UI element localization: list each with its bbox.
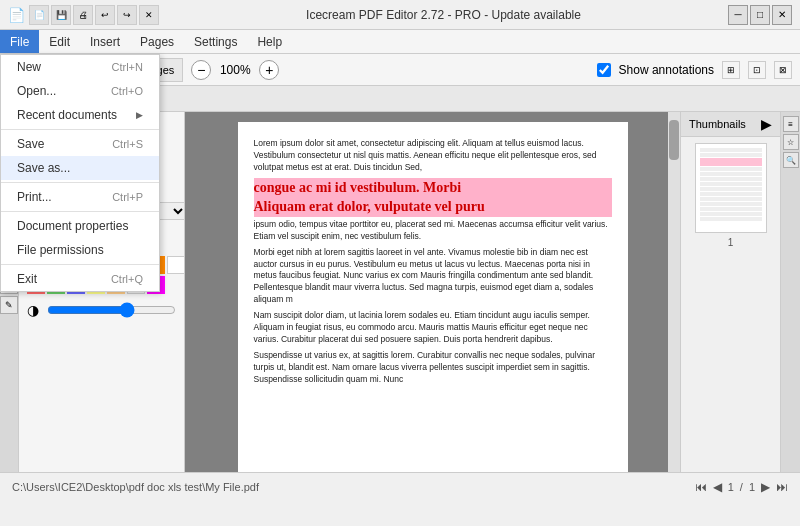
page-current: 1 (728, 481, 734, 493)
pdf-page: Lorem ipsum dolor sit amet, consectetur … (238, 122, 628, 472)
menu-item-saveas-label: Save as... (17, 161, 70, 175)
thumbnail-page-1[interactable] (695, 143, 767, 233)
divider-2 (1, 182, 159, 183)
zoom-in-button[interactable]: + (259, 60, 279, 80)
menu-item-docprops[interactable]: Document properties (1, 214, 159, 238)
pdf-text-highlighted: congue ac mi id vestibulum. MorbiAliquam… (254, 178, 612, 217)
thumbnails-toggle[interactable]: ▶ (761, 116, 772, 132)
show-annotations-label: Show annotations (619, 63, 714, 77)
menu-item-print-shortcut: Ctrl+P (112, 191, 143, 203)
redo-icon[interactable]: ↪ (117, 5, 137, 25)
zoom-value: 100% (215, 63, 255, 77)
thumbnail-page-number: 1 (687, 237, 774, 248)
app-icon: 📄 (8, 7, 25, 23)
new-file-icon[interactable]: 📄 (29, 5, 49, 25)
menu-item-fileperm[interactable]: File permissions (1, 238, 159, 262)
pdf-text-5: Suspendisse ut varius ex, at sagittis lo… (254, 350, 612, 386)
file-dropdown: New Ctrl+N Open... Ctrl+O Recent documen… (0, 54, 160, 292)
anno-icon-2[interactable]: ⊡ (748, 61, 766, 79)
menu-item-new[interactable]: New Ctrl+N (1, 55, 159, 79)
menu-item-exit-shortcut: Ctrl+Q (111, 273, 143, 285)
menu-item-docprops-label: Document properties (17, 219, 128, 233)
pdf-scroll-thumb[interactable] (669, 120, 679, 160)
close-button[interactable]: ✕ (772, 5, 792, 25)
divider-1 (1, 129, 159, 130)
menu-item-exit-label: Exit (17, 272, 37, 286)
nav-last-button[interactable]: ⏭ (776, 480, 788, 494)
title-bar-left: 📄 📄 💾 🖨 ↩ ↪ ✕ (8, 5, 159, 25)
color-white[interactable] (167, 256, 185, 274)
page-separator: / (740, 481, 743, 493)
edge-icon-menu[interactable]: ≡ (783, 116, 799, 132)
title-bar: 📄 📄 💾 🖨 ↩ ↪ ✕ Icecream PDF Editor 2.72 -… (0, 0, 800, 30)
opacity-icon: ◑ (27, 302, 39, 318)
pdf-area[interactable]: Lorem ipsum dolor sit amet, consectetur … (185, 112, 680, 472)
right-edge-icons: ≡ ☆ 🔍 (780, 112, 800, 472)
app-title: Icecream PDF Editor 2.72 - PRO - Update … (159, 8, 728, 22)
print-icon[interactable]: 🖨 (73, 5, 93, 25)
nav-prev-button[interactable]: ◀ (713, 480, 722, 494)
show-annotations-checkbox[interactable] (597, 63, 611, 77)
opacity-slider[interactable] (47, 302, 176, 318)
tool-pen[interactable]: ✎ (0, 296, 18, 314)
file-path: C:\Users\ICE2\Desktop\pdf doc xls test\M… (12, 481, 259, 493)
menu-item-open-label: Open... (17, 84, 56, 98)
anno-icon-3[interactable]: ⊠ (774, 61, 792, 79)
cancel-icon[interactable]: ✕ (139, 5, 159, 25)
menu-insert[interactable]: Insert (80, 30, 130, 53)
file-menu: New Ctrl+N Open... Ctrl+O Recent documen… (0, 54, 160, 292)
pdf-scrollbar[interactable] (668, 112, 680, 472)
menu-item-save-label: Save (17, 137, 44, 151)
divider-4 (1, 264, 159, 265)
menu-item-print-label: Print... (17, 190, 52, 204)
thumbnails-header: Thumbnails ▶ (681, 112, 780, 137)
menu-settings[interactable]: Settings (184, 30, 247, 53)
anno-icon-1[interactable]: ⊞ (722, 61, 740, 79)
menu-item-open-shortcut: Ctrl+O (111, 85, 143, 97)
menu-item-save[interactable]: Save Ctrl+S (1, 132, 159, 156)
page-navigation: ⏮ ◀ 1 / 1 ▶ ⏭ (695, 480, 788, 494)
menu-pages[interactable]: Pages (130, 30, 184, 53)
menu-help[interactable]: Help (247, 30, 292, 53)
pdf-text-3: Morbi eget nibh at lorem sagittis laoree… (254, 247, 612, 306)
menu-item-recent[interactable]: Recent documents (1, 103, 159, 127)
menu-item-new-label: New (17, 60, 41, 74)
thumbnails-title: Thumbnails (689, 118, 746, 130)
thumbnails-panel: Thumbnails ▶ (680, 112, 780, 472)
page-total: 1 (749, 481, 755, 493)
menu-item-open[interactable]: Open... Ctrl+O (1, 79, 159, 103)
nav-first-button[interactable]: ⏮ (695, 480, 707, 494)
edge-icon-search[interactable]: 🔍 (783, 152, 799, 168)
menu-bar: File Edit Insert Pages Settings Help (0, 30, 800, 54)
menu-item-exit[interactable]: Exit Ctrl+Q (1, 267, 159, 291)
menu-item-new-shortcut: Ctrl+N (112, 61, 143, 73)
zoom-out-button[interactable]: − (191, 60, 211, 80)
divider-3 (1, 211, 159, 212)
nav-next-button[interactable]: ▶ (761, 480, 770, 494)
save-icon[interactable]: 💾 (51, 5, 71, 25)
menu-edit[interactable]: Edit (39, 30, 80, 53)
menu-item-print[interactable]: Print... Ctrl+P (1, 185, 159, 209)
menu-item-fileperm-label: File permissions (17, 243, 104, 257)
opacity-row: ◑ (19, 298, 185, 322)
thumbnails-content: 1 (681, 137, 780, 254)
pdf-text-4: Nam suscipit dolor diam, ut lacinia lore… (254, 310, 612, 346)
menu-item-recent-label: Recent documents (17, 108, 117, 122)
window-controls: ─ □ ✕ (728, 5, 792, 25)
menu-file[interactable]: File (0, 30, 39, 53)
toolbar-icons: 📄 💾 🖨 ↩ ↪ ✕ (29, 5, 159, 25)
status-bar: C:\Users\ICE2\Desktop\pdf doc xls test\M… (0, 472, 800, 500)
undo-icon[interactable]: ↩ (95, 5, 115, 25)
pdf-text-2: ipsum odio, tempus vitae porttitor eu, p… (254, 219, 612, 243)
menu-item-save-shortcut: Ctrl+S (112, 138, 143, 150)
pdf-text-1: Lorem ipsum dolor sit amet, consectetur … (254, 138, 612, 174)
edge-icon-bookmark[interactable]: ☆ (783, 134, 799, 150)
minimize-button[interactable]: ─ (728, 5, 748, 25)
menu-item-saveas[interactable]: Save as... (1, 156, 159, 180)
zoom-group: − 100% + (191, 60, 279, 80)
maximize-button[interactable]: □ (750, 5, 770, 25)
thumbnail-content (696, 144, 766, 226)
